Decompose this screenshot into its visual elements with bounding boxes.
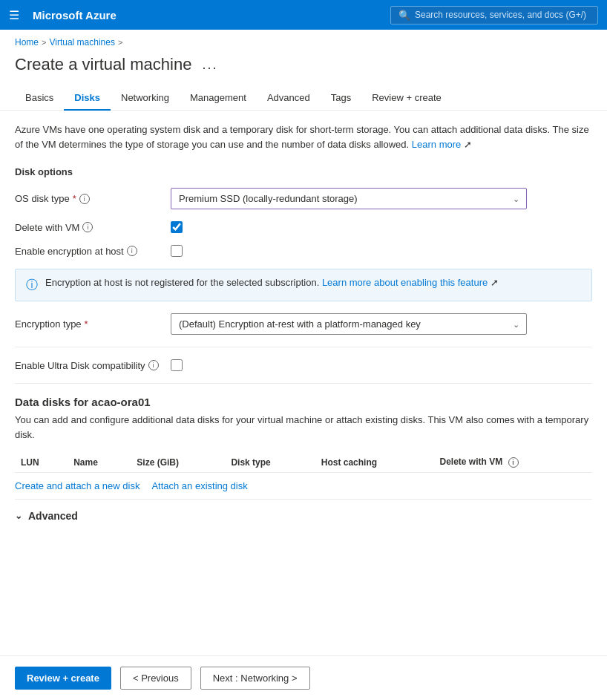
tab-review-create[interactable]: Review + create — [361, 86, 452, 111]
delete-with-vm-checkbox-wrapper — [171, 221, 183, 233]
delete-with-vm-checkbox[interactable] — [171, 221, 183, 233]
breadcrumb-chevron-2: > — [118, 38, 122, 47]
tab-disks[interactable]: Disks — [64, 86, 111, 111]
breadcrumb-home[interactable]: Home — [15, 37, 39, 48]
os-disk-info-icon[interactable]: i — [79, 194, 90, 204]
os-disk-required: * — [73, 193, 76, 204]
footer: Review + create < Previous Next : Networ… — [0, 655, 607, 700]
encryption-type-required: * — [85, 318, 88, 330]
data-disks-title: Data disks for acao-ora01 — [15, 396, 592, 408]
ultra-disk-label: Enable Ultra Disk compatibility i — [15, 360, 163, 371]
attach-existing-disk-link[interactable]: Attach an existing disk — [151, 480, 247, 491]
delete-with-vm-label: Delete with VM i — [15, 222, 163, 233]
encryption-host-label: Enable encryption at host i — [15, 246, 163, 257]
col-name: Name — [68, 452, 131, 473]
ultra-disk-info-icon[interactable]: i — [148, 360, 159, 370]
page-content: Home > Virtual machines > Create a virtu… — [0, 30, 607, 700]
app-title: Microsoft Azure — [33, 9, 383, 22]
tab-management[interactable]: Management — [180, 86, 257, 111]
create-attach-disk-link[interactable]: Create and attach a new disk — [15, 480, 140, 491]
search-bar: 🔍 — [390, 6, 598, 24]
search-input[interactable] — [415, 10, 590, 20]
tab-tags[interactable]: Tags — [321, 86, 361, 111]
advanced-header[interactable]: ⌄ Advanced — [15, 510, 592, 522]
encryption-type-row: Encryption type * (Default) Encryption a… — [15, 313, 592, 335]
breadcrumb-chevron-1: > — [42, 38, 46, 47]
tab-basics[interactable]: Basics — [15, 86, 64, 111]
next-networking-button[interactable]: Next : Networking > — [200, 667, 310, 690]
ellipsis-button[interactable]: ... — [197, 56, 222, 74]
os-disk-type-select[interactable]: Premium SSD (locally-redundant storage) … — [171, 188, 527, 209]
info-box: ⓘ Encryption at host is not registered f… — [15, 269, 592, 301]
previous-button[interactable]: < Previous — [120, 667, 191, 690]
delete-with-vm-row: Delete with VM i — [15, 221, 592, 233]
ultra-disk-row: Enable Ultra Disk compatibility i — [15, 359, 592, 371]
col-lun: LUN — [15, 452, 68, 473]
description-text: Azure VMs have one operating system disk… — [15, 122, 592, 151]
encryption-host-row: Enable encryption at host i — [15, 245, 592, 257]
ultra-disk-checkbox[interactable] — [171, 359, 183, 371]
col-size: Size (GiB) — [131, 452, 225, 473]
top-nav: ☰ Microsoft Azure 🔍 — [0, 0, 607, 30]
encryption-host-info-icon[interactable]: i — [127, 246, 137, 256]
advanced-label: Advanced — [28, 510, 78, 522]
review-create-button[interactable]: Review + create — [15, 667, 111, 690]
page-title: Create a virtual machine — [15, 55, 191, 74]
delete-with-vm-info-icon[interactable]: i — [82, 222, 93, 232]
os-disk-type-control: Premium SSD (locally-redundant storage) … — [171, 188, 527, 209]
advanced-chevron-icon: ⌄ — [15, 511, 22, 521]
delete-with-vm-table-info-icon[interactable]: i — [508, 457, 519, 468]
encryption-type-select[interactable]: (Default) Encryption at-rest with a plat… — [171, 313, 527, 335]
encryption-type-label: Encryption type * — [15, 318, 163, 330]
learn-more-link[interactable]: Learn more — [412, 139, 461, 150]
col-disk-type: Disk type — [225, 452, 315, 473]
breadcrumb-virtual-machines[interactable]: Virtual machines — [49, 37, 115, 48]
encryption-type-control: (Default) Encryption at-rest with a plat… — [171, 313, 527, 335]
encryption-host-checkbox[interactable] — [171, 245, 183, 257]
col-host-caching: Host caching — [315, 452, 434, 473]
divider-2 — [15, 383, 592, 384]
ultra-disk-checkbox-wrapper — [171, 359, 183, 371]
disk-action-links: Create and attach a new disk Attach an e… — [15, 480, 592, 491]
tabs: Basics Disks Networking Management Advan… — [0, 86, 607, 111]
os-disk-type-label: OS disk type * i — [15, 193, 163, 204]
disk-options-title: Disk options — [15, 166, 592, 177]
info-box-icon: ⓘ — [26, 278, 38, 293]
page-title-section: Create a virtual machine ... — [0, 52, 607, 86]
search-icon: 🔍 — [398, 10, 410, 21]
disk-table: LUN Name Size (GiB) Disk type Host cachi… — [15, 452, 592, 473]
col-delete-with-vm: Delete with VM i — [434, 452, 592, 473]
breadcrumb: Home > Virtual machines > — [0, 30, 607, 52]
os-disk-type-row: OS disk type * i Premium SSD (locally-re… — [15, 188, 592, 209]
hamburger-icon[interactable]: ☰ — [9, 8, 19, 22]
learn-more-encryption-link[interactable]: Learn more about enabling this feature — [322, 277, 488, 288]
main-section: Azure VMs have one operating system disk… — [0, 111, 607, 534]
tab-advanced[interactable]: Advanced — [257, 86, 321, 111]
data-disks-description: You can add and configure additional dat… — [15, 413, 592, 442]
tab-networking[interactable]: Networking — [111, 86, 180, 111]
encryption-host-checkbox-wrapper — [171, 245, 183, 257]
advanced-section: ⌄ Advanced — [15, 499, 592, 522]
divider-1 — [15, 347, 592, 347]
